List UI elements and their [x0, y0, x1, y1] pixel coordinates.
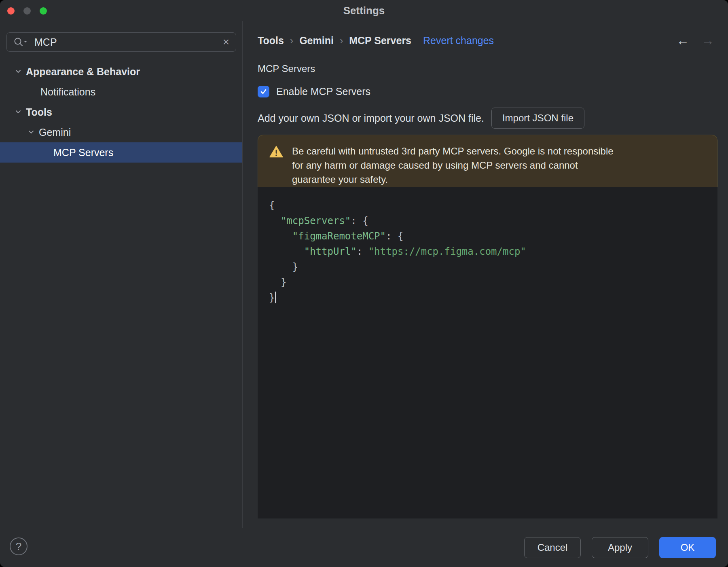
- code-line: }: [269, 290, 706, 305]
- history-nav: ← →: [676, 33, 714, 48]
- sidebar-item-tools[interactable]: Tools: [0, 102, 242, 122]
- window-title: Settings: [0, 4, 728, 17]
- add-json-row: Add your own JSON or import your own JSO…: [258, 108, 717, 129]
- code-line: }: [269, 259, 706, 275]
- code-line: "mcpServers": {: [269, 213, 706, 228]
- breadcrumb: Tools › Gemini › MCP Servers Revert chan…: [258, 35, 494, 47]
- section-header: MCP Servers: [258, 63, 717, 74]
- settings-sidebar: × Appearance & Behavior Notifications To…: [0, 21, 243, 528]
- enable-mcp-row: Enable MCP Servers: [258, 86, 370, 97]
- breadcrumb-gemini[interactable]: Gemini: [299, 35, 334, 47]
- sidebar-item-appearance-behavior[interactable]: Appearance & Behavior: [0, 61, 242, 82]
- enable-mcp-checkbox[interactable]: [258, 86, 269, 97]
- settings-tree: Appearance & Behavior Notifications Tool…: [0, 61, 242, 163]
- sidebar-item-label: Gemini: [39, 127, 71, 138]
- footer-buttons: Cancel Apply OK: [524, 537, 716, 558]
- sidebar-item-notifications[interactable]: Notifications: [0, 82, 242, 102]
- warning-icon: [269, 146, 283, 159]
- chevron-down-icon: [27, 128, 36, 137]
- titlebar: Settings: [0, 0, 728, 21]
- sidebar-item-label: MCP Servers: [53, 147, 113, 159]
- breadcrumb-mcp-servers[interactable]: MCP Servers: [349, 35, 411, 47]
- sidebar-item-gemini[interactable]: Gemini: [0, 122, 242, 142]
- back-arrow-icon[interactable]: ←: [676, 33, 689, 48]
- json-editor-content: { "mcpServers": { "figmaRemoteMCP": { "h…: [269, 198, 706, 305]
- json-editor[interactable]: { "mcpServers": { "figmaRemoteMCP": { "h…: [258, 187, 717, 518]
- search-input[interactable]: [34, 36, 217, 49]
- import-json-file-button[interactable]: Import JSON file: [491, 108, 584, 129]
- sidebar-item-mcp-servers[interactable]: MCP Servers: [0, 142, 242, 163]
- chevron-down-icon: [14, 108, 23, 116]
- sidebar-item-label: Tools: [26, 106, 52, 118]
- section-title: MCP Servers: [258, 63, 315, 74]
- footer-bar: ? Cancel Apply OK: [0, 528, 728, 567]
- settings-main-panel: Tools › Gemini › MCP Servers Revert chan…: [243, 21, 728, 528]
- sidebar-item-label: Appearance & Behavior: [26, 66, 140, 78]
- text-caret: [275, 292, 276, 303]
- code-line: }: [269, 275, 706, 290]
- help-icon: ?: [16, 540, 21, 553]
- clear-search-icon[interactable]: ×: [223, 36, 229, 48]
- sidebar-item-label: Notifications: [40, 86, 95, 98]
- search-icon: [13, 37, 28, 47]
- chevron-down-icon: [14, 67, 23, 76]
- forward-arrow-icon[interactable]: →: [701, 33, 714, 48]
- revert-changes-link[interactable]: Revert changes: [423, 35, 494, 47]
- code-line: "figmaRemoteMCP": {: [269, 228, 706, 244]
- help-button[interactable]: ?: [10, 537, 28, 555]
- apply-button[interactable]: Apply: [592, 537, 648, 558]
- search-field[interactable]: ×: [6, 32, 236, 52]
- breadcrumb-tools[interactable]: Tools: [258, 35, 284, 47]
- enable-mcp-label: Enable MCP Servers: [276, 86, 370, 97]
- breadcrumb-separator: ›: [290, 35, 293, 47]
- section-divider: [323, 69, 717, 69]
- cancel-button[interactable]: Cancel: [524, 537, 581, 558]
- breadcrumb-separator: ›: [340, 35, 343, 47]
- warning-text: Be careful with untrusted 3rd party MCP …: [292, 144, 616, 186]
- settings-window: Settings × Appearance & Behavior: [0, 0, 728, 567]
- code-line: {: [269, 198, 706, 213]
- add-json-text: Add your own JSON or import your own JSO…: [258, 112, 484, 124]
- ok-button[interactable]: OK: [659, 537, 716, 558]
- warning-banner: Be careful with untrusted 3rd party MCP …: [258, 135, 717, 196]
- code-line: "httpUrl": "https://mcp.figma.com/mcp": [269, 244, 706, 259]
